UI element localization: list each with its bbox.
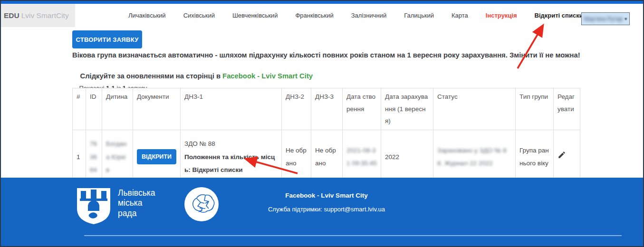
col-header-enrollment: Дата зарахування (1 вересня) (381, 88, 433, 130)
col-header-dnz3: ДНЗ-3 (311, 88, 342, 130)
table-row: 1 763684 Богдана Юрків ВІДКРИТИ ЗДО № 88… (73, 130, 580, 184)
nav-item-instruktsiia[interactable]: Інструкція (486, 12, 517, 19)
facebook-link[interactable]: Facebook - Lviv Smart City (222, 72, 313, 80)
nav-item-frankivskyi[interactable]: Франківський (295, 12, 333, 19)
cell-documents: ВІДКРИТИ (133, 130, 181, 184)
cell-dnz3: Не обрано (311, 130, 342, 184)
nav-item-halytskyi[interactable]: Галицький (404, 12, 434, 19)
cell-child: Богдана Юрків (102, 130, 133, 184)
id-redacted: 763684 (90, 140, 97, 173)
col-header-edit: Редагувати (553, 88, 580, 130)
support-contact: Служба підтримки: support@smart.lviv.ua (255, 206, 398, 213)
pencil-icon[interactable] (557, 151, 566, 159)
col-header-child: Дитина (102, 88, 133, 130)
table-header-row: # ID Дитина Документи ДНЗ-1 ДНЗ-2 ДНЗ-3 … (73, 88, 580, 130)
cell-enrollment: 2022 (381, 130, 433, 184)
logo-brand-text: Lviv SmartCity (21, 11, 69, 20)
chevron-down-icon: ▾ (625, 16, 627, 21)
council-line-2: міська (118, 198, 155, 208)
cell-dnz2: Не обрано (281, 130, 311, 184)
cell-status: Зараховано у ЗДО № 88. Журнал 22 2022 (433, 130, 515, 184)
nav-item-karta[interactable]: Карта (452, 12, 468, 19)
logo-edu-text: EDU (4, 11, 19, 20)
col-header-num: # (73, 88, 86, 130)
cell-id: 763684 (86, 130, 102, 184)
applications-table: # ID Дитина Документи ДНЗ-1 ДНЗ-2 ДНЗ-3 … (72, 88, 580, 184)
app-window: EDU Lviv SmartCity Личаківський Сихівськ… (0, 0, 644, 247)
dnz1-name: ЗДО № 88 (184, 140, 215, 147)
annotation-arrow-open-lists-nav (518, 26, 543, 68)
cell-created: 2021-08-31 09:35:45 (342, 130, 381, 184)
nav-item-zaliznychnyi[interactable]: Залізничний (351, 12, 386, 19)
cell-edit[interactable] (553, 130, 580, 184)
nav-item-syhivskyi[interactable]: Сихівський (183, 12, 215, 19)
council-line-3: рада (118, 209, 155, 218)
user-menu-button[interactable]: Мар'яна Рутар ▾ (581, 12, 630, 25)
city-council-label: Львівська міська рада (118, 188, 155, 218)
nav-item-shevchenkivskyi[interactable]: Шевченківський (232, 12, 278, 19)
app-logo[interactable]: EDU Lviv SmartCity (1, 4, 75, 27)
lviv-coat-of-arms-icon (76, 187, 111, 225)
col-header-dnz2: ДНЗ-2 (281, 88, 311, 130)
age-group-notice: Вікова група визначається автоматично - … (72, 51, 580, 59)
main-navigation: Личаківський Сихівський Шевченківський Ф… (128, 4, 583, 27)
col-header-dnz1: ДНЗ-1 (180, 88, 281, 130)
cell-num: 1 (73, 130, 86, 184)
footer-contact-block: Facebook - Lviv Smart City Служба підтри… (255, 192, 398, 213)
footer-divider (84, 235, 622, 236)
create-application-button[interactable]: СТВОРИТИ ЗАЯВКУ (72, 30, 142, 48)
col-header-status: Статус (433, 88, 515, 130)
open-lists-link[interactable]: Відкриті списки (192, 166, 243, 173)
cell-dnz1: ЗДО № 88 Положення та кількість місць: В… (180, 130, 281, 184)
col-header-id: ID (86, 88, 102, 130)
col-header-created: Дата створення (342, 88, 381, 130)
council-line-1: Львівська (118, 188, 155, 198)
status-redacted: Зараховано у ЗДО № 88. Журнал 22 2022 (437, 147, 507, 167)
user-name-redacted: Мар'яна Рутар (584, 16, 623, 22)
nav-item-vidkryti-spysky[interactable]: Відкриті списки (535, 12, 583, 19)
nav-item-lychakivskyi[interactable]: Личаківський (128, 12, 166, 19)
smart-city-brain-icon (184, 187, 219, 221)
created-date-redacted: 2021-08-31 09:35:45 (346, 147, 377, 167)
cell-group-type: Група раннього віку (515, 130, 553, 184)
page-footer: Львівська міська рада Facebook - Lviv Sm… (1, 178, 643, 246)
footer-facebook-link[interactable]: Facebook - Lviv Smart City (255, 192, 398, 199)
col-header-documents: Документи (133, 88, 181, 130)
child-name-redacted: Богдана Юрків (106, 140, 127, 173)
open-documents-button[interactable]: ВІДКРИТИ (137, 149, 176, 164)
col-header-group-type: Тип групи (515, 88, 553, 130)
